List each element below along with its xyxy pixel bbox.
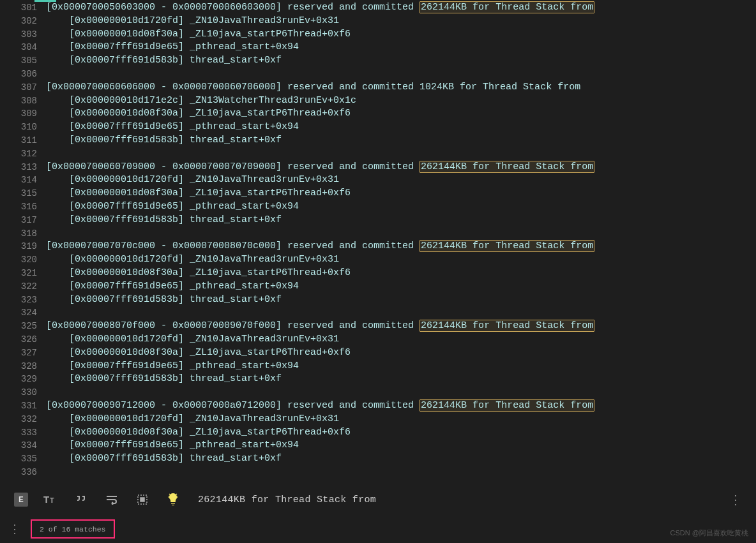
line-number: 320	[0, 253, 37, 267]
line-number: 319	[0, 240, 37, 253]
code-line: [0x0000700060606000 - 0x0000700060706000…	[46, 81, 756, 94]
code-line: [0x00007fff691d583b] thread_start+0xf	[46, 294, 756, 307]
regex-toggle[interactable]: E	[14, 493, 28, 507]
line-number: 323	[0, 294, 37, 307]
search-input[interactable]: 262144KB for Thread Stack from	[195, 495, 715, 505]
code-line: [0x000070008070f000 - 0x000070009070f000…	[46, 320, 756, 333]
line-number: 321	[0, 267, 37, 280]
code-area[interactable]: [0x0000700050603000 - 0x0000700060603000…	[46, 0, 756, 484]
code-line: [0x00007fff691d9e65] _pthread_start+0x94	[46, 360, 756, 373]
line-number: 311	[0, 134, 37, 147]
code-line: [0x00007fff691d583b] thread_start+0xf	[46, 214, 756, 227]
code-line: [0x0000700090712000 - 0x00007000a0712000…	[46, 399, 756, 413]
line-number: 333	[0, 426, 37, 440]
code-line	[46, 227, 756, 241]
line-number: 313	[0, 161, 37, 174]
status-bar: ⋮ 2 of 16 matches	[0, 515, 756, 543]
line-number: 327	[0, 346, 37, 360]
code-line: [0x00007fff691d583b] thread_start+0xf	[46, 54, 756, 68]
code-line: [0x000000010d08f30a] _ZL10java_startP6Th…	[46, 187, 756, 200]
line-number: 312	[0, 147, 37, 161]
code-line: [0x000000010d08f30a] _ZL10java_startP6Th…	[46, 267, 756, 280]
code-line: [0x000000010d1720fd] _ZN10JavaThread3run…	[46, 413, 756, 426]
line-number: 305	[0, 54, 37, 68]
status-menu-icon[interactable]: ⋮	[9, 522, 20, 536]
search-match: 262144KB for Thread Stack from	[420, 320, 594, 332]
bulb-icon[interactable]	[165, 491, 181, 508]
code-line: [0x000000010d08f30a] _ZL10java_startP6Th…	[46, 346, 756, 360]
code-line: [0x000000010d171e2c] _ZN13WatcherThread3…	[46, 94, 756, 108]
code-line	[46, 386, 756, 399]
quote-icon[interactable]	[73, 491, 89, 508]
line-number: 334	[0, 439, 37, 452]
code-line: [0x00007fff691d583b] thread_start+0xf	[46, 452, 756, 466]
line-number: 316	[0, 200, 37, 214]
line-number: 314	[0, 174, 37, 187]
line-number: 326	[0, 333, 37, 346]
code-line: [0x000000010d1720fd] _ZN10JavaThread3run…	[46, 174, 756, 187]
line-number: 303	[0, 28, 37, 41]
line-number: 324	[0, 306, 37, 320]
line-number: 329	[0, 373, 37, 386]
line-number: 331	[0, 399, 37, 413]
code-line: [0x000000010d08f30a] _ZL10java_startP6Th…	[46, 426, 756, 440]
line-gutter: 3013023033043053063073083093103113123133…	[0, 0, 46, 484]
search-match: 262144KB for Thread Stack from	[420, 399, 594, 412]
code-line	[46, 466, 756, 479]
code-line	[46, 306, 756, 320]
match-count: 2 of 16 matches	[31, 519, 115, 539]
selection-icon[interactable]	[134, 491, 151, 508]
line-number: 322	[0, 280, 37, 294]
line-number: 328	[0, 360, 37, 373]
svg-text:T: T	[43, 494, 49, 505]
wrap-icon[interactable]	[103, 491, 120, 508]
code-line: [0x0000700060709000 - 0x0000700070709000…	[46, 161, 756, 174]
line-number: 310	[0, 121, 37, 134]
code-line: [0x00007fff691d9e65] _pthread_start+0x94	[46, 121, 756, 134]
line-number: 315	[0, 187, 37, 200]
line-number: 317	[0, 214, 37, 227]
find-toolbar: E TT 262144KB for Thread Stack from ⋮	[0, 484, 756, 515]
watermark: CSDN @阿昌喜欢吃黄桃	[670, 528, 748, 538]
code-line: [0x000000010d08f30a] _ZL10java_startP6Th…	[46, 28, 756, 41]
line-number: 335	[0, 452, 37, 466]
code-line: [0x00007fff691d9e65] _pthread_start+0x94	[46, 280, 756, 294]
code-line: [0x000000010d1720fd] _ZN10JavaThread3run…	[46, 15, 756, 28]
line-number: 301	[0, 1, 37, 15]
line-number: 336	[0, 466, 37, 479]
line-number: 308	[0, 94, 37, 108]
code-line: [0x000000010d08f30a] _ZL10java_startP6Th…	[46, 107, 756, 121]
line-number: 309	[0, 107, 37, 121]
line-number: 307	[0, 81, 37, 94]
search-match: 262144KB for Thread Stack from	[420, 1, 594, 13]
svg-text:T: T	[50, 496, 54, 504]
line-number: 325	[0, 320, 37, 333]
code-line: [0x000070007070c000 - 0x000070008070c000…	[46, 240, 756, 253]
text-size-icon[interactable]: TT	[42, 491, 59, 508]
editor[interactable]: 3013023033043053063073083093103113123133…	[0, 0, 756, 484]
code-line: [0x00007fff691d583b] thread_start+0xf	[46, 134, 756, 147]
line-number: 330	[0, 386, 37, 399]
code-line: [0x00007fff691d9e65] _pthread_start+0x94	[46, 41, 756, 54]
line-number: 332	[0, 413, 37, 426]
code-line: [0x0000700050603000 - 0x0000700060603000…	[46, 1, 756, 15]
code-line: [0x000000010d1720fd] _ZN10JavaThread3run…	[46, 333, 756, 346]
code-line	[46, 147, 756, 161]
search-match: 262144KB for Thread Stack from	[420, 240, 594, 252]
line-number: 318	[0, 227, 37, 241]
search-match: 262144KB for Thread Stack from	[420, 161, 594, 173]
svg-rect-3	[140, 498, 144, 502]
code-line: [0x00007fff691d9e65] _pthread_start+0x94	[46, 439, 756, 452]
code-line: [0x000000010d1720fd] _ZN10JavaThread3run…	[46, 253, 756, 267]
line-number: 304	[0, 41, 37, 54]
line-number: 302	[0, 15, 37, 28]
line-number: 306	[0, 68, 37, 81]
more-icon[interactable]: ⋮	[729, 492, 742, 508]
code-line: [0x00007fff691d583b] thread_start+0xf	[46, 373, 756, 386]
code-line: [0x00007fff691d9e65] _pthread_start+0x94	[46, 200, 756, 214]
code-line	[46, 68, 756, 81]
